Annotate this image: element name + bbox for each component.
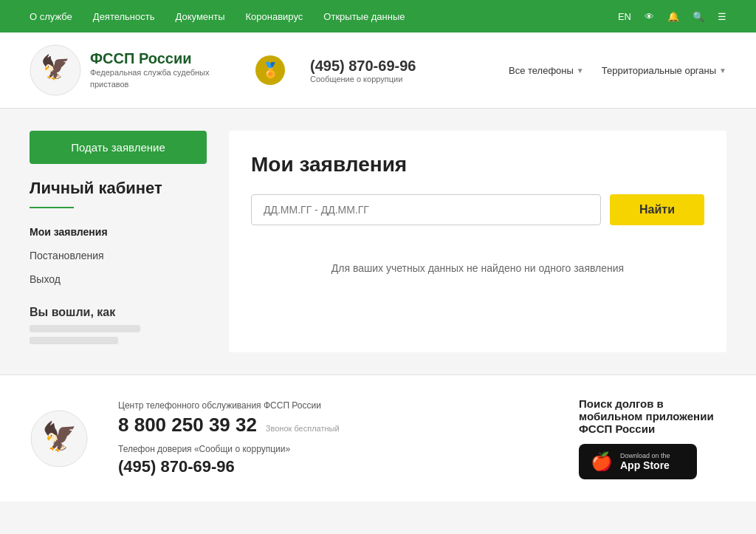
user-label: Вы вошли, как bbox=[30, 306, 207, 319]
org-logo: 🦅 bbox=[30, 44, 81, 96]
nav-link-opendata[interactable]: Открытые данные bbox=[323, 11, 405, 22]
app-store-button[interactable]: 🍎 Download on the App Store bbox=[579, 444, 697, 479]
logo-text: ФССП России Федеральная служба судебных … bbox=[90, 50, 223, 90]
user-role-blurred bbox=[30, 337, 118, 344]
trust-phone-number: (495) 870-69-96 bbox=[118, 457, 549, 476]
nav-link-about[interactable]: О службе bbox=[30, 11, 72, 22]
top-nav-icons: EN 👁 🔔 🔍 ☰ bbox=[618, 11, 726, 22]
empty-message: Для ваших учетных данных не найдено ни о… bbox=[251, 247, 704, 289]
free-call-label: Звонок бесплатный bbox=[266, 424, 340, 433]
nav-link-documents[interactable]: Документы bbox=[176, 11, 225, 22]
sidebar-menu: Мои заявления Постановления Выход bbox=[30, 220, 207, 291]
top-nav-links: О службе Деятельность Документы Коронави… bbox=[30, 11, 405, 22]
app-store-text: Download on the App Store bbox=[620, 452, 670, 471]
footer: 🦅 Центр телефонного обслуживания ФССП Ро… bbox=[0, 374, 756, 502]
cabinet-title: Личный кабинет bbox=[30, 179, 207, 198]
sidebar: Подать заявление Личный кабинет Мои заяв… bbox=[30, 131, 207, 352]
menu-icon[interactable]: ☰ bbox=[718, 11, 726, 22]
org-name: ФССП России bbox=[90, 50, 223, 67]
user-name-blurred bbox=[30, 325, 140, 332]
header-logo: 🦅 ФССП России Федеральная служба судебны… bbox=[30, 44, 223, 96]
phone-desc: Сообщение о коррупции bbox=[310, 75, 416, 83]
header: 🦅 ФССП России Федеральная служба судебны… bbox=[0, 32, 756, 109]
page-title: Мои заявления bbox=[251, 153, 704, 177]
apple-icon: 🍎 bbox=[591, 451, 613, 472]
all-phones-link[interactable]: Все телефоны ▼ bbox=[509, 65, 584, 76]
call-center-phone: 8 800 250 39 32 bbox=[118, 414, 257, 436]
search-button[interactable]: Найти bbox=[610, 194, 704, 225]
header-nav: Все телефоны ▼ Территориальные органы ▼ bbox=[509, 65, 726, 76]
eye-icon[interactable]: 👁 bbox=[645, 11, 654, 22]
download-on-label: Download on the bbox=[620, 452, 670, 459]
svg-text:🦅: 🦅 bbox=[41, 53, 70, 81]
call-center-label: Центр телефонного обслуживания ФССП Росс… bbox=[118, 400, 549, 411]
app-promo-title: Поиск долгов в мобильном приложении ФССП… bbox=[579, 397, 726, 435]
main-container: Подать заявление Личный кабинет Мои заяв… bbox=[0, 109, 756, 374]
call-center-phone-row: 8 800 250 39 32 Звонок бесплатный bbox=[118, 414, 549, 437]
lang-switcher[interactable]: EN bbox=[618, 11, 631, 22]
sidebar-item-logout[interactable]: Выход bbox=[30, 267, 207, 291]
search-icon[interactable]: 🔍 bbox=[693, 11, 704, 22]
app-store-label: App Store bbox=[620, 459, 670, 471]
search-row: Найти bbox=[251, 194, 704, 225]
top-nav: О службе Деятельность Документы Коронави… bbox=[0, 0, 756, 32]
phone-number: (495) 870-69-96 bbox=[310, 58, 416, 75]
footer-contacts: Центр телефонного обслуживания ФССП Росс… bbox=[118, 400, 549, 476]
sidebar-item-my-applications[interactable]: Мои заявления bbox=[30, 220, 207, 244]
header-phone: (495) 870-69-96 Сообщение о коррупции bbox=[310, 58, 416, 83]
medal-icon: 🏅 bbox=[255, 55, 285, 85]
chevron-down-icon: ▼ bbox=[719, 66, 726, 75]
sidebar-item-postanovleniya[interactable]: Постановления bbox=[30, 244, 207, 267]
sidebar-divider bbox=[30, 207, 74, 208]
nav-link-activities[interactable]: Деятельность bbox=[93, 11, 155, 22]
bell-icon[interactable]: 🔔 bbox=[667, 11, 679, 22]
nav-link-corona[interactable]: Коронавирус bbox=[246, 11, 303, 22]
territorial-link[interactable]: Территориальные органы ▼ bbox=[602, 65, 726, 76]
org-desc: Федеральная служба судебных приставов bbox=[90, 67, 223, 90]
trust-phone-label: Телефон доверия «Сообщи о коррупции» bbox=[118, 444, 549, 454]
chevron-down-icon: ▼ bbox=[577, 66, 584, 75]
footer-app: Поиск долгов в мобильном приложении ФССП… bbox=[579, 397, 726, 479]
svg-text:🦅: 🦅 bbox=[42, 420, 78, 453]
content-area: Мои заявления Найти Для ваших учетных да… bbox=[229, 131, 726, 352]
footer-logo: 🦅 bbox=[30, 409, 89, 468]
submit-application-button[interactable]: Подать заявление bbox=[30, 131, 207, 164]
date-range-input[interactable] bbox=[251, 194, 601, 225]
